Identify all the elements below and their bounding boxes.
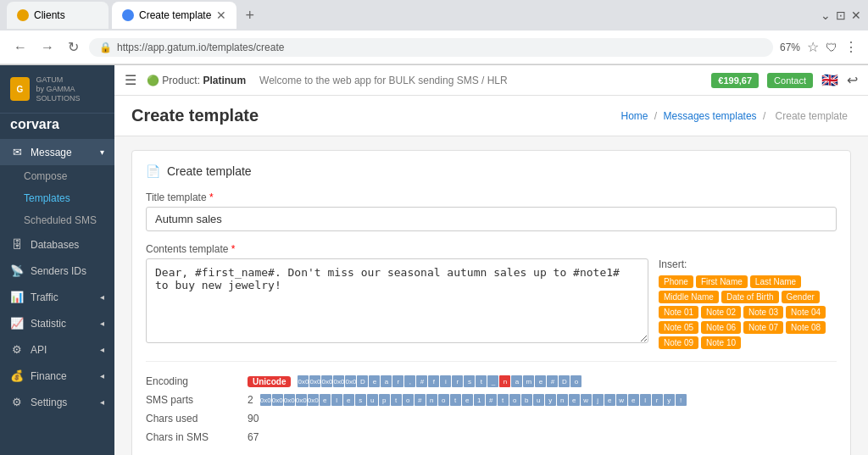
tab-label-clients: Clients xyxy=(34,9,65,21)
sidebar-item-traffic[interactable]: 📊 Traffic ◂ xyxy=(0,284,114,310)
contents-textarea[interactable]: Dear, #first_name#. Don't miss our seaso… xyxy=(146,258,648,343)
hex-char: n xyxy=(426,394,437,406)
insert-tag[interactable]: Note 02 xyxy=(701,306,741,319)
insert-tag[interactable]: Note 03 xyxy=(743,306,783,319)
address-bar[interactable]: 🔒 https://app.gatum.io/templates/create xyxy=(89,38,773,57)
insert-tag[interactable]: Note 04 xyxy=(786,306,826,319)
hex-char: # xyxy=(416,375,427,387)
hex-char: t xyxy=(498,394,509,406)
arrow-message-icon: ▾ xyxy=(100,147,104,157)
product-name: Platinum xyxy=(203,75,246,86)
sidebar-item-templates[interactable]: Templates xyxy=(0,187,114,209)
maximize-icon[interactable]: ⊡ xyxy=(836,8,846,22)
insert-panel: Insert: PhoneFirst NameLast NameMiddle N… xyxy=(659,258,837,349)
topbar-right: €199,67 Contact 🇬🇧 ↩ xyxy=(711,72,858,88)
sms-parts-number: 2 xyxy=(248,394,253,406)
sidebar-label-finance: Finance xyxy=(31,370,67,382)
tab-create-template[interactable]: Create template ✕ xyxy=(112,2,236,29)
insert-tag[interactable]: Phone xyxy=(659,275,693,288)
hex-char: e xyxy=(604,394,615,406)
back-button[interactable]: ← xyxy=(10,36,31,58)
hex-char: s xyxy=(355,394,366,406)
breadcrumb-messages-templates[interactable]: Messages templates xyxy=(664,110,757,122)
databases-icon: 🗄 xyxy=(10,238,24,251)
content-area: 📄 Create template Title template * Conte… xyxy=(114,136,868,455)
exit-icon[interactable]: ↩ xyxy=(847,72,858,88)
company-name: corvara xyxy=(0,114,114,139)
hex-char: j xyxy=(593,394,604,406)
hex-char: b xyxy=(521,394,532,406)
hex-char: o xyxy=(570,375,581,387)
insert-tag[interactable]: Note 08 xyxy=(786,321,826,334)
hex-char: l xyxy=(331,394,342,406)
flag-icon[interactable]: 🇬🇧 xyxy=(821,72,838,88)
insert-tag[interactable]: Note 05 xyxy=(659,321,698,334)
contact-badge[interactable]: Contact xyxy=(767,73,813,88)
insert-tag[interactable]: Note 09 xyxy=(659,336,698,349)
insert-tag[interactable]: Date of Birth xyxy=(721,291,779,303)
welcome-text: Welcome to the web app for BULK sending … xyxy=(259,75,508,86)
hex-char: e xyxy=(535,375,546,387)
tab-clients[interactable]: Clients xyxy=(7,2,108,29)
title-input[interactable] xyxy=(146,207,837,231)
encoding-row: Encoding Unicode 0x00x00x00x00x0Dear,#fi… xyxy=(146,372,837,391)
breadcrumb: Home / Messages templates / Create templ… xyxy=(621,110,852,122)
sidebar-item-databases[interactable]: 🗄 Databases xyxy=(0,231,114,258)
tab-label-create-template: Create template xyxy=(139,9,211,21)
insert-tag[interactable]: Note 07 xyxy=(743,321,783,334)
sidebar-item-scheduled[interactable]: Scheduled SMS xyxy=(0,209,114,231)
hex-char: a xyxy=(511,375,522,387)
page-header: Create template Home / Messages template… xyxy=(114,96,868,136)
insert-tag[interactable]: Note 01 xyxy=(659,306,698,319)
close-tab-icon[interactable]: ✕ xyxy=(216,8,226,22)
hex-char: t xyxy=(391,394,402,406)
hex-char: e xyxy=(320,394,331,406)
traffic-icon: 📊 xyxy=(10,291,24,303)
insert-tag[interactable]: First Name xyxy=(696,275,748,288)
insert-tag[interactable]: Note 06 xyxy=(701,321,741,334)
hex-char: m xyxy=(523,375,534,387)
sidebar-item-statistic[interactable]: 📈 Statistic ◂ xyxy=(0,310,114,336)
minimize-icon[interactable]: ⌄ xyxy=(821,8,831,22)
tab-icon-create-template xyxy=(122,9,134,21)
hex-char: e xyxy=(462,394,473,406)
sidebar-item-message[interactable]: ✉ Message ▾ xyxy=(0,139,114,165)
sidebar-item-settings[interactable]: ⚙ Settings ◂ xyxy=(0,389,114,415)
hex-char: e xyxy=(343,394,354,406)
breadcrumb-sep2: / xyxy=(763,110,769,122)
hex-char: 1 xyxy=(474,394,485,406)
right-panel: ☰ 🟢 Product: Platinum Welcome to the web… xyxy=(114,65,868,455)
hamburger-icon[interactable]: ☰ xyxy=(125,72,136,88)
sidebar-nav: ✉ Message ▾ Compose Templates Scheduled … xyxy=(0,139,114,455)
insert-tag[interactable]: Middle Name xyxy=(659,291,719,303)
extensions-icon[interactable]: 🛡 xyxy=(826,41,837,54)
sidebar-item-compose[interactable]: Compose xyxy=(0,165,114,187)
hex-char: D xyxy=(357,375,368,387)
hex-char: u xyxy=(367,394,378,406)
hex-char: 0x0 xyxy=(298,375,309,387)
hex-chars-row1: 0x00x00x00x00x0Dear,#first_name#Do xyxy=(298,375,581,387)
sidebar-item-senders[interactable]: 📡 Senders IDs xyxy=(0,258,114,284)
insert-tag[interactable]: Gender xyxy=(782,291,820,303)
sidebar-item-finance[interactable]: 💰 Finance ◂ xyxy=(0,363,114,389)
breadcrumb-home[interactable]: Home xyxy=(621,110,648,122)
breadcrumb-current: Create template xyxy=(776,110,848,122)
hex-char: f xyxy=(428,375,439,387)
sidebar-item-api[interactable]: ⚙ API ◂ xyxy=(0,336,114,363)
refresh-button[interactable]: ↻ xyxy=(64,36,82,58)
bookmark-icon[interactable]: ☆ xyxy=(807,39,819,55)
insert-tag[interactable]: Last Name xyxy=(750,275,801,288)
hex-char: ! xyxy=(676,394,687,406)
sidebar-label-databases: Databases xyxy=(31,239,79,251)
sidebar-label-statistic: Statistic xyxy=(31,318,66,330)
form-card: 📄 Create template Title template * Conte… xyxy=(131,150,851,455)
sidebar-label-compose: Compose xyxy=(24,170,67,182)
forward-button[interactable]: → xyxy=(37,36,58,58)
insert-tag[interactable]: Note 10 xyxy=(701,336,741,349)
menu-icon[interactable]: ⋮ xyxy=(844,39,858,55)
hex-char: t xyxy=(476,375,487,387)
browser-chrome: Clients Create template ✕ + ⌄ ⊡ ✕ ← → ↻ … xyxy=(0,0,868,65)
close-window-icon[interactable]: ✕ xyxy=(851,8,861,22)
new-tab-button[interactable]: + xyxy=(240,7,259,25)
chars-used-label: Chars used xyxy=(146,413,248,424)
